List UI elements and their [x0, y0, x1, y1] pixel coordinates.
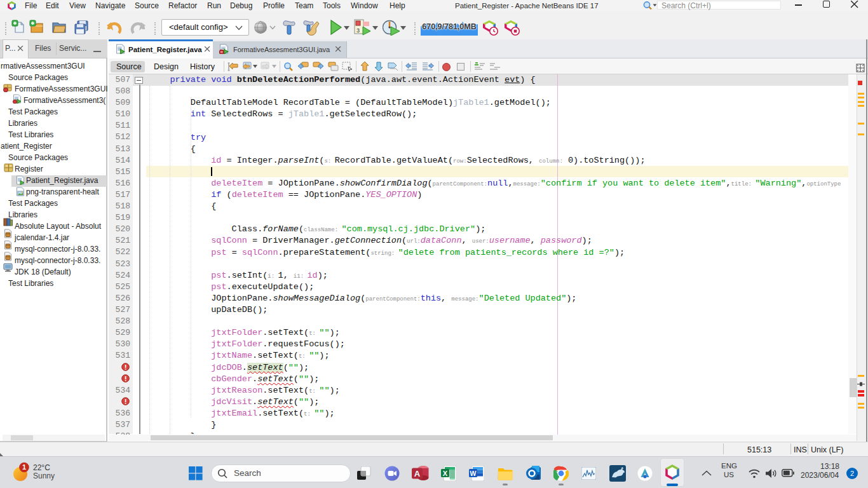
svg-text:A: A	[414, 469, 421, 478]
svg-text:X: X	[443, 470, 448, 477]
svg-text:W: W	[470, 470, 477, 477]
svg-text:1: 1	[22, 463, 26, 471]
svg-text:3: 3	[356, 27, 360, 34]
